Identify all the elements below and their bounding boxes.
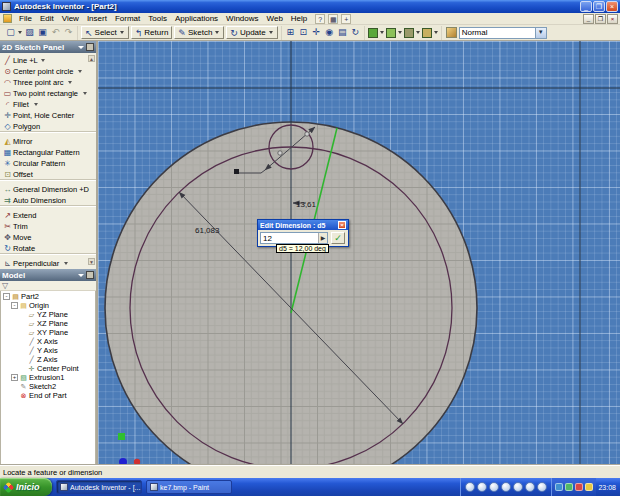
menubar-extra-icon[interactable]: ?	[315, 14, 325, 24]
sketch-tool-item[interactable]: ◠ Three point arc	[0, 77, 96, 88]
display-mode-icon[interactable]	[404, 28, 414, 38]
tree-expander[interactable]: +	[11, 374, 18, 381]
sketch-tool-item[interactable]: ⇉ Auto Dimension	[0, 195, 96, 206]
window-button[interactable]: _	[580, 1, 592, 12]
tree-item[interactable]: ✛ Center Point	[1, 364, 95, 373]
sketch-tool-item[interactable]: ╱ Line +L	[0, 55, 96, 66]
scroll-up-icon[interactable]: ▲	[88, 55, 95, 62]
tree-item[interactable]: ╱ X Axis	[1, 337, 95, 346]
filter-icon[interactable]: ▽	[2, 281, 8, 290]
sketch-panel-header[interactable]: 2D Sketch Panel	[0, 41, 96, 53]
dimension-value-input[interactable]	[261, 233, 313, 243]
panel-dropdown-icon[interactable]	[78, 274, 84, 277]
toolbar-icon[interactable]: ▨	[23, 26, 36, 39]
view-tool-icon[interactable]: ✛	[310, 26, 323, 39]
accept-dimension-button[interactable]: ✓	[331, 232, 345, 244]
tool-dropdown-icon[interactable]	[64, 262, 68, 265]
docked-toolbar-button[interactable]	[465, 482, 475, 492]
tree-expander[interactable]: -	[3, 293, 10, 300]
tree-item[interactable]: ⊗ End of Part	[1, 391, 95, 400]
flyout-arrow-icon[interactable]: ▶	[318, 233, 327, 243]
toolbar-icon[interactable]: ▢	[4, 26, 17, 39]
toolbar-button[interactable]: ↻Update	[226, 26, 277, 39]
tree-item[interactable]: ▱ XZ Plane	[1, 319, 95, 328]
menu-item[interactable]: Tools	[144, 13, 171, 25]
tool-dropdown-icon[interactable]	[34, 103, 38, 106]
panel-menu-button[interactable]	[86, 43, 94, 51]
menu-item[interactable]: Help	[287, 13, 311, 25]
window-button[interactable]: ×	[606, 1, 618, 12]
tree-expander[interactable]	[19, 356, 26, 363]
docked-toolbar-button[interactable]	[477, 482, 487, 492]
tree-expander[interactable]	[19, 365, 26, 372]
tree-expander[interactable]	[19, 329, 26, 336]
menu-item[interactable]: Insert	[83, 13, 111, 25]
dropdown-arrow-icon[interactable]	[380, 31, 384, 34]
docked-toolbar-button[interactable]	[537, 482, 547, 492]
mdi-window-button[interactable]: ×	[607, 14, 618, 24]
tree-expander[interactable]	[19, 347, 26, 354]
view-tool-icon[interactable]: ▤	[336, 26, 349, 39]
dropdown-arrow-icon[interactable]	[416, 31, 420, 34]
tool-dropdown-icon[interactable]	[83, 92, 87, 95]
menu-item[interactable]: File	[15, 13, 36, 25]
start-button[interactable]: Inicio	[0, 478, 52, 496]
sketch-tool-item[interactable]: ◜ Fillet	[0, 99, 96, 110]
view-tool-icon[interactable]: ◉	[323, 26, 336, 39]
sketch-canvas[interactable]: 61,083 13,61 Edit Dimension : d5 ×	[98, 41, 620, 465]
tree-item[interactable]: ▱ YZ Plane	[1, 310, 95, 319]
dropdown-arrow-icon[interactable]	[18, 31, 22, 34]
panel-dropdown-icon[interactable]	[78, 46, 84, 49]
display-mode-icon[interactable]	[386, 28, 396, 38]
sketch-tool-item[interactable]: ◭ Mirror	[0, 136, 96, 147]
tree-expander[interactable]	[19, 311, 26, 318]
panel-menu-button[interactable]	[86, 271, 94, 279]
sketch-tool-item[interactable]: ↗ Extend	[0, 210, 96, 221]
display-mode-icon[interactable]	[422, 28, 432, 38]
sketch-tool-item[interactable]: ⊙ Center point circle	[0, 66, 96, 77]
sketch-tool-item[interactable]: ✳ Circular Pattern	[0, 158, 96, 169]
display-mode-icon[interactable]	[368, 28, 378, 38]
menu-item[interactable]: Edit	[36, 13, 58, 25]
sketch-tool-item[interactable]: ✂ Trim	[0, 221, 96, 232]
menu-item[interactable]: Web	[263, 13, 287, 25]
taskbar-task-button[interactable]: Autodesk Inventor - [...	[56, 480, 142, 494]
window-button[interactable]: ❐	[593, 1, 605, 12]
system-tray-icon[interactable]	[575, 483, 583, 491]
sketch-tool-item[interactable]: ↔ General Dimension +D	[0, 184, 96, 195]
docked-toolbar-button[interactable]	[525, 482, 535, 492]
view-tool-icon[interactable]: ⊞	[284, 26, 297, 39]
tool-dropdown-icon[interactable]	[78, 70, 82, 73]
tree-item[interactable]: ╱ Y Axis	[1, 346, 95, 355]
tree-item[interactable]: + ▧ Extrusion1	[1, 373, 95, 382]
sketch-tool-item[interactable]: ◇ Polygon	[0, 121, 96, 132]
tree-expander[interactable]	[19, 338, 26, 345]
scroll-down-icon[interactable]: ▼	[88, 258, 95, 265]
combo-dropdown-icon[interactable]: ▼	[535, 28, 546, 38]
menubar-extra-icon[interactable]: ▦	[328, 14, 338, 24]
menu-item[interactable]: Windows	[222, 13, 262, 25]
taskbar-task-button[interactable]: ke7.bmp - Paint	[146, 480, 232, 494]
menu-item[interactable]: View	[58, 13, 83, 25]
tree-item[interactable]: ╱ Z Axis	[1, 355, 95, 364]
tree-item[interactable]: ▱ XY Plane	[1, 328, 95, 337]
dropdown-arrow-icon[interactable]	[398, 31, 402, 34]
mdi-window-button[interactable]: ❐	[595, 14, 606, 24]
toolbar-icon[interactable]: ↶	[49, 26, 62, 39]
docked-toolbar-button[interactable]	[489, 482, 499, 492]
menu-item[interactable]: Applications	[171, 13, 222, 25]
tree-expander[interactable]	[19, 320, 26, 327]
mdi-window-button[interactable]: _	[583, 14, 594, 24]
docked-toolbar-button[interactable]	[513, 482, 523, 492]
docked-toolbar-button[interactable]	[501, 482, 511, 492]
tree-item[interactable]: - ▤ Origin	[1, 301, 95, 310]
system-tray-icon[interactable]	[565, 483, 573, 491]
system-tray-icon[interactable]	[555, 483, 563, 491]
toolbar-icon[interactable]: ↷	[62, 26, 75, 39]
view-tool-icon[interactable]: ↻	[349, 26, 362, 39]
toolbar-button[interactable]: ✎Sketch	[174, 26, 224, 39]
tree-item[interactable]: ✎ Sketch2	[1, 382, 95, 391]
sketch-tool-item[interactable]: ✥ Move	[0, 232, 96, 243]
dialog-title-bar[interactable]: Edit Dimension : d5 ×	[258, 220, 348, 230]
model-panel-header[interactable]: Model	[0, 269, 96, 281]
